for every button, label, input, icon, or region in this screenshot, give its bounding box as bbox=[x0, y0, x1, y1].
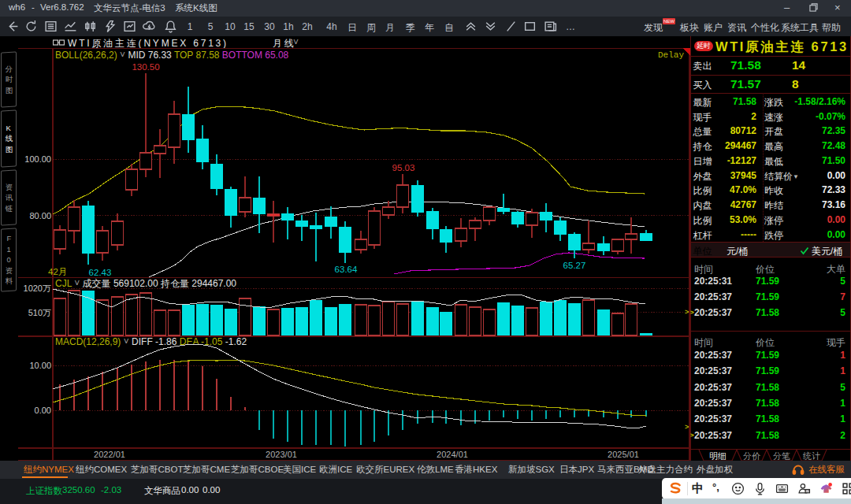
svg-text:65.27: 65.27 bbox=[563, 261, 586, 270]
svg-text:80.00: 80.00 bbox=[29, 211, 51, 220]
svg-text:CJL ˅ 成交量 569102.00 持仓量 2944: CJL ˅ 成交量 569102.00 持仓量 294467.00 bbox=[55, 278, 236, 289]
svg-text:>: > bbox=[685, 423, 689, 431]
svg-text:100.00: 100.00 bbox=[24, 154, 51, 164]
svg-text:130.50: 130.50 bbox=[132, 62, 159, 72]
svg-text:MACD(12,26,9) ˅ DIFF -1.86 DE: MACD(12,26,9) ˅ DIFF -1.86 DEA -1.05 -1.… bbox=[55, 336, 247, 347]
svg-text:统计: 统计 bbox=[803, 451, 820, 461]
svg-text:510万: 510万 bbox=[28, 308, 51, 317]
svg-text:Delay: Delay bbox=[658, 50, 684, 60]
svg-text:95.03: 95.03 bbox=[392, 163, 415, 172]
svg-text:>: > bbox=[685, 308, 689, 316]
svg-text:BOLL(26,26,2) ˅ MID 76.33 TOP: BOLL(26,26,2) ˅ MID 76.33 TOP 87.58 BOTT… bbox=[55, 50, 289, 61]
svg-text:2024/01: 2024/01 bbox=[437, 450, 468, 459]
svg-text:明细: 明细 bbox=[709, 451, 727, 461]
svg-text:分价: 分价 bbox=[743, 451, 760, 461]
svg-text:0.00: 0.00 bbox=[35, 406, 51, 415]
svg-text:2023/01: 2023/01 bbox=[266, 450, 297, 459]
svg-text:分笔: 分笔 bbox=[773, 451, 790, 461]
svg-text:10.00: 10.00 bbox=[29, 361, 51, 370]
svg-text:42月: 42月 bbox=[48, 267, 67, 276]
svg-text:62.43: 62.43 bbox=[89, 268, 112, 277]
svg-text:59: 59 bbox=[806, 490, 809, 493]
svg-text:2022/01: 2022/01 bbox=[94, 450, 125, 459]
svg-text:1020万: 1020万 bbox=[24, 284, 51, 293]
svg-text:2025/01: 2025/01 bbox=[608, 450, 639, 459]
svg-text:63.64: 63.64 bbox=[335, 265, 358, 274]
